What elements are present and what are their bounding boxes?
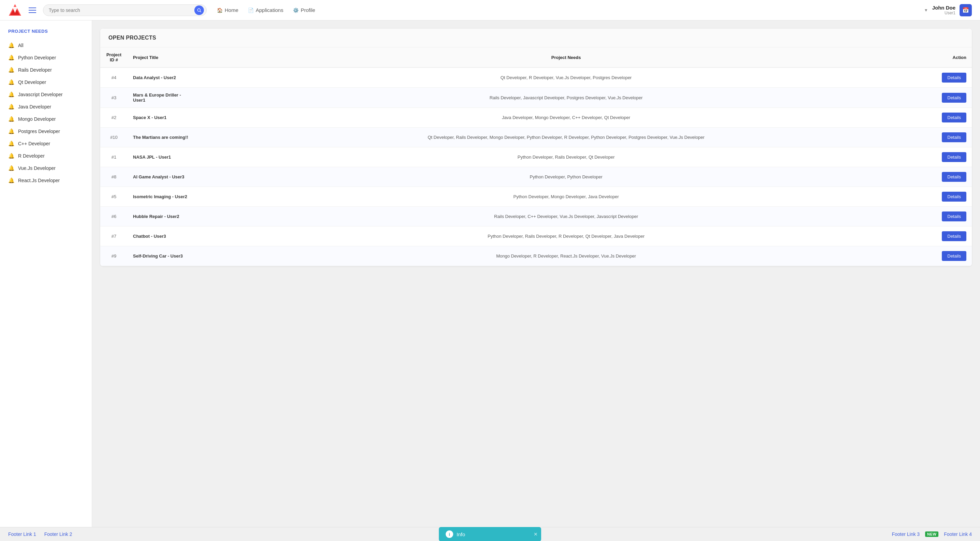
user-area: ▼ John Doe User1 📅 (924, 4, 972, 16)
project-needs-cell: Rails Developer, Javascript Developer, P… (196, 88, 936, 108)
search-button[interactable] (194, 5, 204, 15)
sidebar-item[interactable]: 🔔 Java Developer (5, 100, 86, 113)
footer: Footer Link 1 Footer Link 2 i Info ✕ Foo… (0, 527, 980, 541)
user-name: John Doe (932, 5, 955, 11)
nav-profile-label: Profile (301, 7, 315, 13)
action-cell: Details (936, 187, 972, 207)
col-title: Project Title (127, 48, 196, 68)
project-needs-cell: Python Developer, Rails Developer, R Dev… (196, 226, 936, 246)
project-needs-cell: Qt Developer, R Developer, Vue.Js Develo… (196, 68, 936, 88)
project-needs-cell: Qt Developer, Rails Developer, Mongo Dev… (196, 127, 936, 147)
project-id-cell: #1 (100, 147, 127, 167)
footer-link-2[interactable]: Footer Link 2 (45, 531, 72, 537)
project-title-cell: Chatbot - User3 (127, 226, 196, 246)
sidebar-item[interactable]: 🔔 Python Developer (5, 51, 86, 64)
details-button[interactable]: Details (942, 172, 966, 182)
sidebar-item[interactable]: 🔔 Postgres Developer (5, 125, 86, 137)
project-needs-cell: Java Developer, Mongo Developer, C++ Dev… (196, 108, 936, 127)
calendar-button[interactable]: 📅 (959, 4, 972, 16)
action-cell: Details (936, 68, 972, 88)
project-id-cell: #5 (100, 187, 127, 207)
sidebar-item-label: Rails Developer (18, 67, 52, 73)
nav-applications[interactable]: 📄 Applications (248, 7, 283, 13)
sidebar-item[interactable]: 🔔 Rails Developer (5, 64, 86, 76)
action-cell: Details (936, 207, 972, 226)
card-title: OPEN PROJECTS (100, 29, 972, 48)
sidebar-item[interactable]: 🔔 All (5, 39, 86, 51)
sidebar-item[interactable]: 🔔 C++ Developer (5, 137, 86, 150)
sidebar-item-label: R Developer (18, 153, 45, 159)
project-needs-cell: Rails Developer, C++ Developer, Vue.Js D… (196, 207, 936, 226)
sidebar-item-label: Mongo Developer (18, 116, 56, 122)
details-button[interactable]: Details (942, 192, 966, 202)
footer-link-3[interactable]: Footer Link 3 (892, 531, 920, 537)
sidebar-item[interactable]: 🔔 R Developer (5, 150, 86, 162)
sidebar-item-label: Qt Developer (18, 80, 46, 85)
sidebar-item-label: Javascript Developer (18, 92, 63, 97)
bell-icon: 🔔 (8, 177, 15, 183)
nav-applications-label: Applications (256, 7, 283, 13)
action-cell: Details (936, 127, 972, 147)
home-icon: 🏠 (217, 8, 223, 13)
user-sub: User1 (932, 11, 955, 15)
footer-link-1[interactable]: Footer Link 1 (8, 531, 36, 537)
details-button[interactable]: Details (942, 132, 966, 142)
details-button[interactable]: Details (942, 251, 966, 261)
footer-link-4[interactable]: Footer Link 4 (944, 531, 972, 537)
search-bar (43, 5, 207, 16)
project-id-cell: #8 (100, 167, 127, 187)
action-cell: Details (936, 167, 972, 187)
table-row: #3 Mars & Europe Driller - User1 Rails D… (100, 88, 972, 108)
bell-icon: 🔔 (8, 104, 15, 110)
project-id-cell: #9 (100, 246, 127, 266)
sidebar-item[interactable]: 🔔 Qt Developer (5, 76, 86, 88)
action-cell: Details (936, 108, 972, 127)
project-title-cell: Self-Driving Car - User3 (127, 246, 196, 266)
table-row: #2 Space X - User1 Java Developer, Mongo… (100, 108, 972, 127)
table-row: #8 AI Game Analyst - User3 Python Develo… (100, 167, 972, 187)
footer-right: Footer Link 3 NEW Footer Link 4 (892, 531, 972, 537)
action-cell: Details (936, 147, 972, 167)
table-row: #7 Chatbot - User3 Python Developer, Rai… (100, 226, 972, 246)
info-banner: i Info ✕ (439, 527, 541, 541)
details-button[interactable]: Details (942, 231, 966, 241)
svg-line-4 (200, 11, 201, 12)
sidebar-item[interactable]: 🔔 Javascript Developer (5, 88, 86, 100)
search-input[interactable] (43, 5, 207, 16)
info-icon: i (445, 530, 453, 538)
nav-profile[interactable]: ⚙️ Profile (293, 7, 315, 13)
bell-icon: 🔔 (8, 128, 15, 134)
project-needs-cell: Mongo Developer, R Developer, React.Js D… (196, 246, 936, 266)
applications-icon: 📄 (248, 8, 254, 13)
sidebar-item[interactable]: 🔔 React.Js Developer (5, 174, 86, 186)
details-button[interactable]: Details (942, 93, 966, 103)
details-button[interactable]: Details (942, 212, 966, 221)
sidebar-item[interactable]: 🔔 Mongo Developer (5, 113, 86, 125)
bell-icon: 🔔 (8, 165, 15, 171)
main-content: OPEN PROJECTS Project ID # Project Title… (92, 21, 980, 527)
bell-icon: 🔔 (8, 140, 15, 147)
details-button[interactable]: Details (942, 113, 966, 123)
table-body: #4 Data Analyst - User2 Qt Developer, R … (100, 68, 972, 266)
col-needs: Project Needs (196, 48, 936, 68)
project-needs-cell: Python Developer, Python Developer (196, 167, 936, 187)
user-info: John Doe User1 (932, 5, 955, 15)
hamburger-menu[interactable] (29, 8, 36, 13)
calendar-icon: 📅 (962, 7, 969, 13)
project-id-cell: #7 (100, 226, 127, 246)
action-cell: Details (936, 246, 972, 266)
nav-home[interactable]: 🏠 Home (217, 7, 239, 13)
sidebar-item[interactable]: 🔔 Vue.Js Developer (5, 162, 86, 174)
details-button[interactable]: Details (942, 73, 966, 83)
details-button[interactable]: Details (942, 152, 966, 162)
bell-icon: 🔔 (8, 116, 15, 122)
project-needs-cell: Python Developer, Rails Developer, Qt De… (196, 147, 936, 167)
project-id-cell: #10 (100, 127, 127, 147)
project-title-cell: The Martians are coming!! (127, 127, 196, 147)
info-close-button[interactable]: ✕ (534, 531, 538, 537)
project-title-cell: NASA JPL - User1 (127, 147, 196, 167)
project-title-cell: Space X - User1 (127, 108, 196, 127)
col-id: Project ID # (100, 48, 127, 68)
sidebar-items: 🔔 All 🔔 Python Developer 🔔 Rails Develop… (5, 39, 86, 186)
open-projects-card: OPEN PROJECTS Project ID # Project Title… (100, 29, 972, 266)
